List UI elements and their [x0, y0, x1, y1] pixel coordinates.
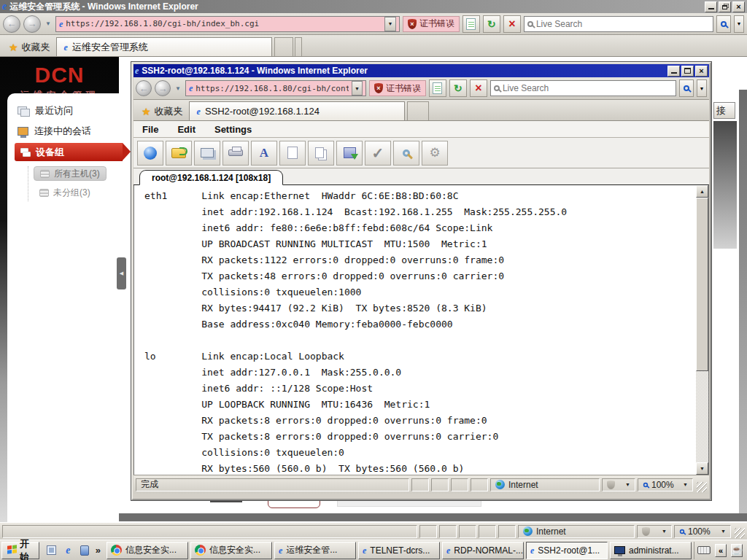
zoom-cell[interactable]: 100% ▼	[638, 478, 693, 491]
task-button-3[interactable]: e 运维安全管...	[274, 542, 356, 559]
forward-button[interactable]: →	[23, 15, 41, 33]
task-button-2[interactable]: 信息安全实...	[190, 542, 272, 559]
show-desktop-button[interactable]	[45, 544, 58, 556]
search-options-button[interactable]: ▼	[734, 15, 744, 33]
sidebar-item-sessions[interactable]: 连接中的会话	[18, 122, 91, 140]
task-button-7[interactable]: administrat...	[610, 542, 692, 559]
page-button[interactable]	[429, 79, 446, 97]
main-url-text: https://192.168.1.80/cgi-bh/index_bh.cgi	[66, 19, 259, 28]
keyboard-tray-icon[interactable]	[697, 546, 711, 554]
terminal-scrollbar[interactable]: ▲ ▼	[696, 185, 708, 475]
refresh-button[interactable]: ↻	[483, 15, 500, 33]
confirm-button[interactable]: ✓	[365, 141, 391, 166]
terminal-session-tab[interactable]: root@192.168.1.124 [108x18]	[139, 170, 283, 185]
host-stack-icon	[40, 170, 50, 178]
task-button-4[interactable]: e TELNET-dcrs...	[358, 542, 440, 559]
sidebar-item-recent[interactable]: 最近访问	[18, 102, 73, 120]
internet-zone-icon	[523, 526, 533, 536]
back-button[interactable]: ←	[136, 80, 152, 96]
search-input[interactable]	[536, 19, 710, 29]
font-button[interactable]: A	[251, 141, 277, 166]
quick-launch-overflow-button[interactable]: »	[96, 545, 101, 556]
tray-collapse-button[interactable]: «	[715, 544, 727, 557]
close-button[interactable]: ×	[695, 66, 708, 77]
maximize-button[interactable]	[681, 66, 694, 77]
app-launch-button[interactable]	[79, 544, 91, 556]
page-scrollbar-fragment[interactable]	[739, 90, 747, 520]
sidebar-collapse-handle[interactable]: ◀	[117, 257, 126, 289]
terminal-line: UP LOOPBACK RUNNING MTU:16436 Metric:1	[144, 397, 694, 413]
tab-list-stub[interactable]	[295, 37, 302, 56]
back-button[interactable]: ←	[3, 15, 20, 33]
resize-grip[interactable]	[735, 528, 745, 538]
restore-button[interactable]	[719, 1, 731, 12]
task-button-ssh-active[interactable]: e SSH2-root@1...	[526, 542, 608, 559]
connect-button-fragment[interactable]: 接	[713, 102, 735, 119]
cert-error-label: 证书错误	[419, 18, 454, 30]
address-dropdown-button[interactable]: ▼	[384, 17, 396, 31]
protected-mode-cell[interactable]: ▼	[602, 478, 635, 491]
ssh-search-box[interactable]	[490, 80, 676, 96]
device-group-icon	[20, 147, 30, 157]
sidebar-subitem-ungrouped[interactable]: 未分组(3)	[34, 185, 96, 200]
menu-edit[interactable]: Edit	[177, 124, 196, 135]
resize-grip[interactable]	[697, 482, 707, 492]
new-tab-stub[interactable]	[274, 37, 293, 56]
new-tab-stub[interactable]	[407, 101, 429, 120]
ie-icon: e	[530, 546, 534, 555]
search-options-button[interactable]: ▼	[697, 79, 707, 97]
copy-button[interactable]	[308, 141, 334, 166]
close-button[interactable]: ×	[732, 1, 745, 12]
java-tray-button[interactable]: ☕	[731, 544, 743, 557]
clear-screen-button[interactable]	[279, 141, 306, 166]
main-search-box[interactable]	[524, 16, 713, 32]
sidebar-item-device-group[interactable]: 设备组	[15, 143, 123, 161]
address-dropdown-button[interactable]: ▼	[352, 81, 363, 96]
stop-button[interactable]: ×	[470, 79, 487, 97]
new-connection-button[interactable]	[137, 141, 163, 166]
open-button[interactable]	[166, 141, 192, 166]
search-input[interactable]	[503, 83, 673, 93]
task-label: 信息安全实...	[125, 544, 177, 556]
terminal-line	[144, 332, 694, 349]
ssh-address-bar[interactable]: e https://192.168.1.80/cgi-bh/contro ▼	[185, 80, 366, 96]
ie-launch-button[interactable]: e	[62, 544, 74, 556]
settings-button[interactable]: ⚙	[422, 141, 448, 166]
task-button-1[interactable]: 信息安全实...	[107, 542, 188, 559]
magnifier-icon	[403, 149, 410, 157]
search-go-button[interactable]	[679, 79, 694, 97]
sessions-button[interactable]	[194, 141, 220, 166]
history-dropdown-icon[interactable]: ▼	[174, 85, 182, 92]
refresh-button[interactable]: ↻	[449, 79, 467, 97]
menu-settings[interactable]: Settings	[214, 124, 252, 135]
ssh-tab[interactable]: e SSH2-root@192.168.1.124	[189, 101, 405, 120]
save-log-button[interactable]	[336, 141, 363, 166]
forward-button[interactable]: →	[155, 80, 171, 96]
minimize-button[interactable]	[667, 66, 680, 77]
history-dropdown-icon[interactable]: ▼	[44, 20, 53, 27]
terminal-area[interactable]: eth1 Link encap:Ethernet HWaddr 6C:6E:B8…	[133, 185, 709, 475]
find-button[interactable]	[393, 141, 419, 166]
certificate-error-badge[interactable]: × 证书错误	[403, 16, 460, 32]
scroll-down-button[interactable]: ▼	[696, 462, 708, 475]
favorites-button[interactable]: ★ 收藏夹	[136, 103, 189, 120]
menu-file[interactable]: File	[142, 124, 158, 135]
main-tab[interactable]: e 运维安全管理系统	[56, 37, 272, 56]
print-button[interactable]	[222, 141, 249, 166]
minimize-button[interactable]	[705, 1, 717, 12]
certificate-error-badge[interactable]: × 证书错误	[369, 80, 426, 96]
gear-icon: ⚙	[429, 145, 440, 160]
start-button[interactable]: 开始	[1, 542, 39, 559]
scroll-up-button[interactable]: ▲	[696, 185, 708, 198]
protected-mode-cell[interactable]: ▼	[637, 525, 672, 538]
sidebar-subitem-all-hosts[interactable]: 所有主机(3)	[34, 166, 107, 181]
favorites-star-icon: ★	[142, 106, 151, 117]
zoom-cell[interactable]: 100% ▼	[674, 525, 731, 538]
page-button[interactable]	[462, 15, 480, 33]
task-button-5[interactable]: e RDP-NORMAL-...	[442, 542, 524, 559]
stop-button[interactable]: ×	[503, 15, 521, 33]
main-address-bar[interactable]: e https://192.168.1.80/cgi-bh/index_bh.c…	[55, 16, 400, 32]
search-go-button[interactable]	[716, 15, 731, 33]
scrollbar-thumb[interactable]	[696, 198, 708, 371]
favorites-button[interactable]: ★ 收藏夹	[3, 39, 56, 56]
